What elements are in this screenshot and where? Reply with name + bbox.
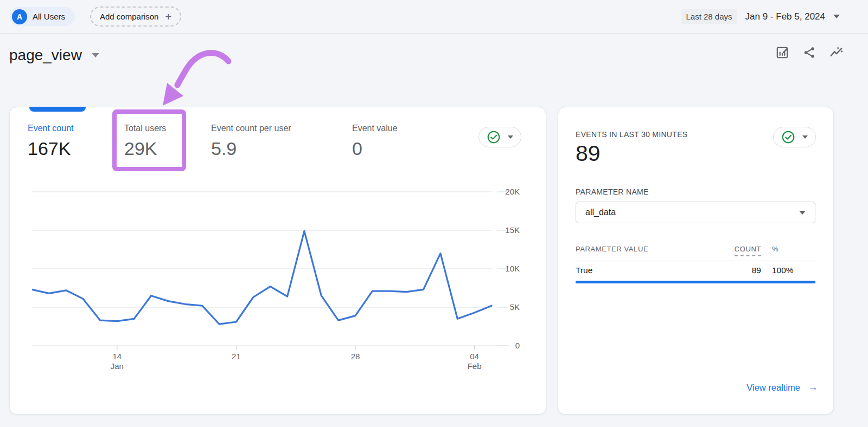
customize-report-icon[interactable]: [775, 46, 789, 60]
svg-text:Feb: Feb: [468, 361, 482, 369]
comparison-bar: A All Users Add comparison +: [10, 7, 181, 27]
report-toolbar: [775, 46, 844, 60]
audience-pill-all-users[interactable]: A All Users: [10, 7, 75, 26]
metric-value: 167K: [28, 138, 74, 159]
svg-text:10K: 10K: [505, 264, 520, 273]
cell-parameter-value: True: [576, 266, 723, 275]
data-quality-dropdown[interactable]: [478, 127, 521, 147]
caret-down-icon: [799, 211, 806, 215]
metric-value: 0: [352, 138, 398, 159]
svg-text:0: 0: [515, 341, 520, 350]
add-comparison-label: Add comparison: [100, 12, 158, 21]
caret-down-icon: [802, 135, 808, 139]
event-metrics-card: Event count 167K Total users 29K Event c…: [9, 107, 546, 415]
metric-value: 5.9: [211, 138, 291, 159]
event-chart-area: 05K10K15K20K14Jan212804Feb: [32, 185, 521, 369]
highlight-box-total-users: [112, 109, 186, 171]
view-realtime-label: View realtime: [746, 383, 800, 393]
metric-tab-event-count[interactable]: Event count 167K: [28, 124, 74, 159]
parameter-name-label: PARAMETER NAME: [576, 187, 649, 196]
event-count-line-chart[interactable]: 05K10K15K20K14Jan212804Feb: [32, 185, 521, 369]
page-title: page_view: [9, 47, 82, 64]
date-range-preset-badge: Last 28 days: [681, 9, 737, 24]
data-quality-dropdown[interactable]: [773, 127, 816, 147]
metric-tab-event-value[interactable]: Event value 0: [352, 124, 398, 159]
svg-text:20K: 20K: [505, 187, 520, 196]
annotation-arrow: [152, 46, 239, 117]
svg-text:14: 14: [113, 352, 122, 361]
realtime-title: EVENTS IN LAST 30 MINUTES: [576, 130, 687, 139]
parameter-table-header: PARAMETER VALUE COUNT %: [576, 245, 815, 253]
audience-avatar: A: [12, 9, 27, 24]
share-icon[interactable]: [802, 46, 816, 60]
insights-icon[interactable]: [829, 46, 844, 60]
date-range-selector[interactable]: Last 28 days Jan 9 - Feb 5, 2024: [681, 9, 840, 24]
table-row: True 89 100%: [576, 266, 815, 275]
metric-tab-event-count-per-user[interactable]: Event count per user 5.9: [211, 124, 291, 159]
svg-text:28: 28: [351, 352, 360, 361]
cell-percent: 100%: [761, 266, 815, 275]
svg-text:5K: 5K: [510, 302, 520, 312]
checkmark-circle-icon: [487, 130, 501, 144]
cell-count: 89: [723, 266, 761, 275]
svg-text:15K: 15K: [505, 225, 520, 235]
svg-text:21: 21: [232, 352, 241, 361]
audience-label: All Users: [33, 12, 65, 21]
view-realtime-link[interactable]: View realtime →: [746, 381, 818, 393]
realtime-events-card: EVENTS IN LAST 30 MINUTES 89 PARAMETER N…: [558, 107, 834, 415]
header-parameter-value: PARAMETER VALUE: [576, 245, 723, 253]
svg-text:Jan: Jan: [111, 361, 124, 369]
realtime-value: 89: [576, 141, 601, 166]
table-divider: [576, 261, 815, 261]
parameter-name-select[interactable]: all_data: [576, 202, 815, 223]
plus-icon: +: [165, 11, 171, 22]
arrow-right-icon: →: [808, 381, 818, 393]
chevron-down-icon: [92, 53, 99, 57]
header-count[interactable]: COUNT: [723, 245, 761, 253]
top-bar: A All Users Add comparison + Last 28 day…: [0, 0, 868, 34]
metric-label: Event count per user: [211, 124, 291, 133]
header-percent: %: [761, 245, 815, 253]
svg-text:04: 04: [470, 352, 479, 361]
caret-down-icon: [833, 15, 840, 18]
caret-down-icon: [508, 135, 513, 139]
metric-label: Event count: [28, 124, 74, 133]
parameter-name-value: all_data: [585, 208, 616, 217]
event-selector[interactable]: page_view: [9, 47, 99, 64]
date-range-text: Jan 9 - Feb 5, 2024: [745, 11, 825, 22]
selected-tab-indicator: [29, 107, 86, 112]
add-comparison-button[interactable]: Add comparison +: [90, 7, 181, 27]
metric-label: Event value: [352, 124, 398, 133]
percent-bar: [576, 281, 815, 283]
checkmark-circle-icon: [781, 130, 795, 144]
